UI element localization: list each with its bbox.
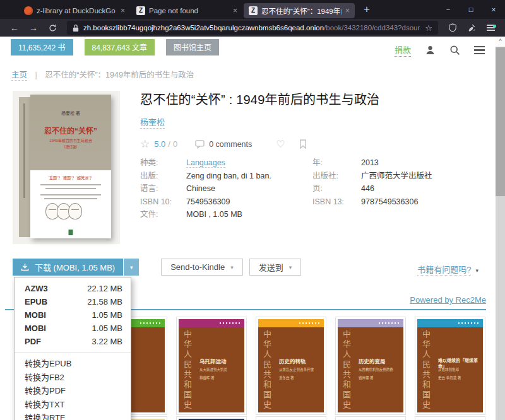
url-domain: zh.bookszlibb74ugqojhzhg2a63w5i2atv5bqar… — [83, 24, 324, 32]
new-tab-button[interactable]: + — [364, 3, 370, 16]
library-home-badge[interactable]: 图书馆主页 — [166, 39, 219, 55]
related-book-card[interactable] — [415, 416, 485, 420]
convert-to-epub[interactable]: 转换为EPUB — [15, 357, 131, 371]
convert-to-rtf[interactable]: 转换为RTF — [15, 411, 131, 420]
shield-icon[interactable] — [444, 23, 461, 32]
related-book-card[interactable]: 中华人民共和国史 难以继续的「继续革命」 从批林到批邓 史云·李丹慧 著 — [415, 317, 485, 415]
rating-star-icon[interactable]: ☆ — [140, 137, 150, 151]
browser-menu-icon[interactable] — [482, 23, 499, 32]
related-book-card[interactable] — [256, 416, 326, 420]
browser-window: z-library at DuckDuckGo × Z Page not fou… — [0, 0, 505, 420]
detail-row: 文件: MOBI , 1.05 MB — [140, 208, 494, 221]
comment-bubble-icon — [195, 140, 205, 149]
scrollbar-thumb[interactable] — [496, 47, 505, 196]
detail-value: Zeng ding ban, di 1 ban. — [186, 170, 312, 183]
favorite-heart-icon[interactable]: ♡ — [276, 138, 285, 150]
chevron-down-icon: ▾ — [230, 264, 234, 271]
related-subtitle: 从拨乱反正到改革开放 — [279, 367, 324, 372]
header-actions: 捐款 — [395, 44, 485, 57]
book-cover-image[interactable]: 杨奎松 著 忍不住的“关怀” 1949年前后的书生与政治 〔增订版〕 “爱国”？… — [13, 91, 120, 244]
send-label: 发送到 — [259, 261, 283, 273]
site-menu-icon[interactable] — [474, 44, 485, 56]
related-book-card[interactable]: 中华人民共和国史 乌托邦运动 从大跃进到大饥荒 林蕴晖 著 — [176, 317, 247, 415]
format-option-mobi[interactable]: MOBI 1.05 MB — [15, 308, 131, 322]
detail-value: 9787549536306 — [361, 195, 494, 209]
breadcrumb-current: 忍不住的“关怀”：1949年前后的书生与政治 — [45, 71, 194, 79]
cover-text-line — [45, 188, 96, 189]
detail-row: 种类: Languages 年: 2013 — [140, 156, 494, 170]
tab-book-page-active[interactable]: Z 忍不住的“关怀”：1949年前后的 × — [244, 3, 355, 18]
detail-label: 出版: — [140, 170, 186, 183]
send-to-kindle-button[interactable]: Send-to-Kindle ▾ — [161, 259, 243, 276]
cover-edition: 〔增订版〕 — [30, 144, 111, 149]
books-count-badge[interactable]: 11,635,242 书 — [11, 39, 73, 55]
related-subtitle: 从大跃进到大饥荒 — [199, 367, 244, 372]
download-format-dropdown-toggle[interactable]: ▾ — [123, 259, 139, 276]
download-icon — [21, 263, 29, 271]
series-calligraphy: 中华人民共和国史 — [261, 330, 273, 412]
tab-close-icon[interactable]: × — [345, 6, 350, 15]
convert-to-fb2[interactable]: 转换为FB2 — [15, 371, 131, 385]
stats-badges: 11,635,242 书 84,837,643 文章 图书馆主页 — [11, 39, 219, 55]
cover-portraits — [45, 203, 80, 219]
detail-label: 页: — [312, 182, 361, 195]
comments-count[interactable]: 0 comments — [209, 140, 252, 149]
back-button[interactable]: ← — [6, 23, 23, 33]
close-button[interactable]: × — [482, 6, 505, 13]
book-info: 忍不住的“关怀” : 1949年前后的书生与政治 杨奎松 ☆ 5.0 / 0 0… — [140, 90, 486, 151]
format-option-mobi-2[interactable]: MOBI 1.05 MB — [15, 322, 131, 335]
new-identity-broom-icon[interactable] — [463, 23, 480, 32]
tab-bar: z-library at DuckDuckGo × Z Page not fou… — [0, 0, 505, 19]
report-book-link[interactable]: 书籍有问题吗?▾ — [417, 263, 478, 275]
minimize-button[interactable]: − — [437, 6, 460, 13]
powered-by-link[interactable]: Powered by Rec2Me — [410, 295, 486, 305]
maximize-button[interactable]: □ — [460, 6, 482, 13]
convert-to-txt[interactable]: 转换为TXT — [15, 398, 131, 412]
scroll-up-arrow[interactable]: ^ — [496, 37, 505, 47]
search-icon[interactable] — [449, 45, 460, 55]
related-book-card[interactable]: 中华人民共和国史 历史的转轨 从拨乱反正到改革开放 萧冬连 著 — [256, 317, 326, 415]
reload-button[interactable] — [44, 24, 61, 32]
cover-subtitle: 1949年前后的书生与政治 — [30, 137, 111, 143]
cover-text-line — [44, 198, 97, 199]
series-calligraphy: 中华人民共和国史 — [181, 330, 193, 412]
profile-icon[interactable] — [425, 45, 436, 55]
format-option-pdf[interactable]: PDF 3.22 MB — [15, 335, 131, 348]
format-option-epub[interactable]: EPUB 21.58 MB — [15, 295, 131, 308]
download-button[interactable]: 下载 (MOBI, 1.05 MB) — [13, 259, 123, 276]
tab-duckduckgo[interactable]: z-library at DuckDuckGo × — [19, 3, 130, 18]
format-size: 1.05 MB — [92, 322, 122, 335]
tab-close-icon[interactable]: × — [121, 6, 125, 15]
categories-link[interactable]: Languages — [186, 158, 225, 168]
breadcrumb-home-link[interactable]: 主页 — [11, 71, 27, 81]
format-size: 22.12 MB — [87, 282, 122, 295]
cover-title: 忍不住的“关怀” — [30, 125, 111, 136]
page-scrollbar[interactable]: ^ — [496, 37, 505, 420]
donate-link[interactable]: 捐款 — [395, 44, 411, 57]
navigation-toolbar: ← → zh.bookszlibb74ugqojhzhg2a63w5i2atv5… — [0, 19, 505, 37]
convert-to-pdf[interactable]: 转换为PDF — [15, 384, 131, 398]
bookmark-star-icon[interactable]: ☆ — [425, 23, 432, 33]
format-option-azw3[interactable]: AZW3 22.12 MB — [15, 282, 131, 295]
tab-close-icon[interactable]: × — [233, 6, 237, 15]
cover-band — [258, 319, 324, 327]
articles-count-badge[interactable]: 84,837,643 文章 — [85, 39, 155, 55]
format-name: AZW3 — [25, 282, 48, 295]
detail-value: MOBI , 1.05 MB — [186, 208, 312, 221]
detail-label: ISBN 13: — [312, 195, 361, 209]
related-book-card[interactable]: 中华人民共和国史 历史的变局 从挽救危机到反修防修 钱庠理 著 — [335, 317, 406, 415]
author-link[interactable]: 杨奎松 — [140, 115, 165, 129]
tab-page-not-found[interactable]: Z Page not found × — [131, 3, 242, 18]
save-bookmark-icon[interactable] — [299, 139, 307, 149]
cover-author-line: 杨奎松 著 — [30, 110, 111, 116]
zlibrary-favicon-icon: Z — [249, 6, 258, 15]
related-books-row-2 — [97, 416, 485, 420]
related-book-card[interactable] — [176, 416, 247, 420]
detail-row: 出版: Zeng ding ban, di 1 ban. 出版社: 广西师范大学… — [140, 170, 494, 183]
chevron-down-icon: ▾ — [289, 264, 292, 271]
related-book-card[interactable] — [335, 416, 406, 420]
send-to-button[interactable]: 发送到 ▾ — [249, 259, 302, 276]
forward-button[interactable]: → — [25, 23, 42, 33]
format-name: MOBI — [25, 308, 46, 322]
url-bar[interactable]: zh.bookszlibb74ugqojhzhg2a63w5i2atv5bqar… — [67, 21, 438, 35]
